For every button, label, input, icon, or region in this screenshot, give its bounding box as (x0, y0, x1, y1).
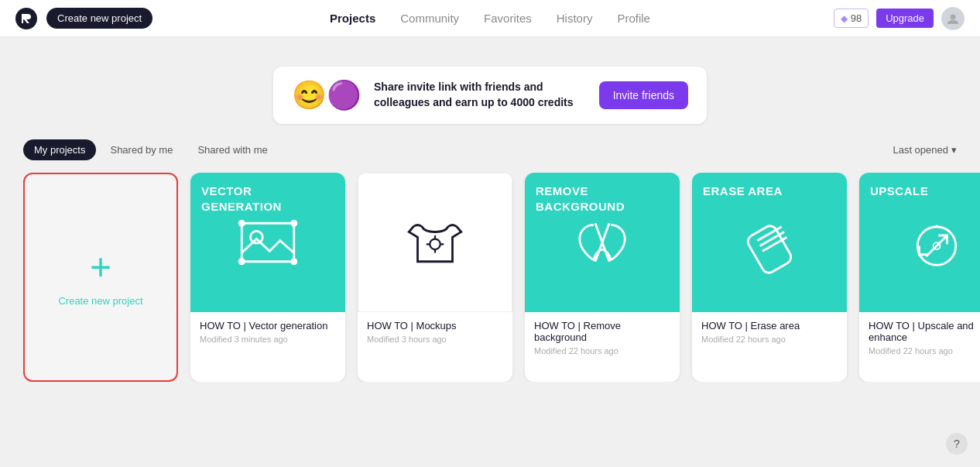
logo-icon (15, 8, 37, 29)
tab-shared-by-me[interactable]: Shared by me (99, 139, 183, 160)
card-name: HOW TO | Erase area (701, 320, 838, 331)
project-card-erase-area[interactable]: ERASE AREA HOW TO | Erase area Modified … (692, 173, 847, 382)
sort-dropdown[interactable]: Last opened ▾ (893, 144, 957, 156)
main-nav: Projects Community Favorites History Pro… (330, 9, 650, 28)
chevron-down-icon: ▾ (951, 144, 957, 156)
card-info: HOW TO | Upscale and enhance Modified 22… (859, 312, 980, 365)
card-thumbnail: UPSCALE (859, 173, 980, 312)
tabs-row: My projects Shared by me Shared with me … (0, 139, 980, 160)
svg-point-4 (290, 220, 297, 227)
project-card-mockups[interactable]: HOW TO | Mockups Modified 3 hours ago (358, 173, 512, 382)
nav-favorites[interactable]: Favorites (484, 9, 532, 28)
nav-projects[interactable]: Projects (330, 9, 375, 28)
project-card-vector-gen[interactable]: VECTORGENERATION HOW TO | Vector generat… (190, 173, 345, 382)
card-thumbnail: ERASE AREA (692, 173, 847, 312)
credits-count: 98 (851, 12, 862, 24)
project-tabs: My projects Shared by me Shared with me (23, 139, 279, 160)
card-modified: Modified 22 hours ago (869, 346, 980, 355)
help-button[interactable]: ? (946, 433, 968, 455)
card-modified: Modified 3 minutes ago (200, 335, 336, 344)
svg-rect-1 (242, 223, 294, 262)
card-info: HOW TO | Vector generation Modified 3 mi… (190, 312, 345, 353)
header-left: Create new project (15, 8, 152, 29)
banner-text: Share invite link with friends andcollea… (374, 80, 587, 110)
nav-history[interactable]: History (557, 9, 593, 28)
card-name: HOW TO | Remove background (534, 320, 670, 343)
card-thumb-title: REMOVEBACKGROUND (536, 184, 669, 214)
projects-grid: + Create new project VECTORGENERATION HO… (0, 173, 980, 382)
banner-title: Share invite link with friends andcollea… (374, 80, 587, 110)
card-name: HOW TO | Upscale and enhance (869, 320, 980, 343)
invite-friends-button[interactable]: Invite friends (599, 81, 688, 109)
card-thumb-title: VECTORGENERATION (201, 184, 334, 214)
diamond-icon: ◆ (841, 13, 848, 24)
header-right: ◆ 98 Upgrade (834, 7, 965, 30)
card-thumbnail: REMOVEBACKGROUND (525, 173, 680, 312)
nav-profile[interactable]: Profile (617, 9, 650, 28)
card-name: HOW TO | Vector generation (200, 320, 336, 331)
invite-banner: 😊🟣 Share invite link with friends andcol… (273, 67, 707, 124)
create-card-label: Create new project (58, 295, 142, 307)
svg-rect-14 (745, 223, 793, 275)
create-new-card[interactable]: + Create new project (23, 173, 178, 382)
svg-line-19 (927, 235, 947, 256)
create-new-project-button[interactable]: Create new project (46, 8, 152, 29)
user-avatar[interactable] (941, 7, 965, 30)
card-modified: Modified 22 hours ago (701, 335, 838, 344)
tab-shared-with-me[interactable]: Shared with me (187, 139, 278, 160)
card-thumb-title: ERASE AREA (703, 184, 836, 199)
project-card-upscale[interactable]: UPSCALE HOW TO | Upscale and enhance Mod… (859, 173, 980, 382)
tab-my-projects[interactable]: My projects (23, 139, 96, 160)
nav-community[interactable]: Community (400, 9, 459, 28)
svg-point-5 (238, 258, 245, 265)
svg-line-17 (762, 237, 787, 251)
project-card-remove-bg[interactable]: REMOVEBACKGROUND HOW TO | Remove backgro… (525, 173, 680, 382)
card-thumbnail: VECTORGENERATION (190, 173, 345, 312)
card-info: HOW TO | Mockups Modified 3 hours ago (358, 312, 512, 353)
banner-emoji: 😊🟣 (292, 79, 362, 112)
credits-badge: ◆ 98 (834, 9, 869, 28)
sort-label: Last opened (893, 144, 948, 156)
card-thumbnail (358, 173, 512, 312)
header: Create new project Projects Community Fa… (0, 0, 980, 37)
card-info: HOW TO | Remove background Modified 22 h… (525, 312, 680, 365)
card-modified: Modified 3 hours ago (367, 335, 503, 344)
svg-point-0 (951, 14, 956, 19)
svg-point-6 (290, 258, 297, 265)
svg-point-3 (238, 220, 245, 227)
upgrade-button[interactable]: Upgrade (876, 9, 934, 28)
card-modified: Modified 22 hours ago (534, 346, 670, 355)
card-thumb-title: UPSCALE (870, 184, 980, 199)
card-name: HOW TO | Mockups (367, 320, 503, 331)
plus-icon: + (90, 249, 111, 286)
card-info: HOW TO | Erase area Modified 22 hours ag… (692, 312, 847, 353)
